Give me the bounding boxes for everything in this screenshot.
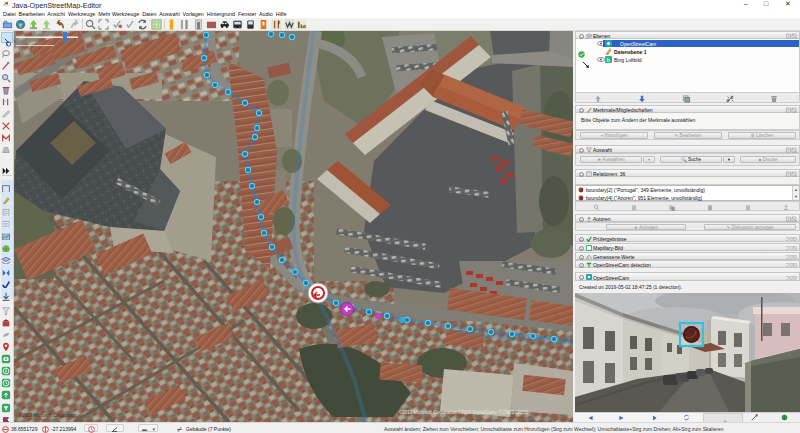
svg-text:©2019 Microsoft Corporation ©2: ©2019 Microsoft Corporation ©2019 Digita…: [399, 409, 529, 415]
svg-text:b: b: [607, 56, 610, 62]
svg-text:©2019 Microsoft Corporation: ©2019 Microsoft Corporation: [19, 412, 77, 418]
